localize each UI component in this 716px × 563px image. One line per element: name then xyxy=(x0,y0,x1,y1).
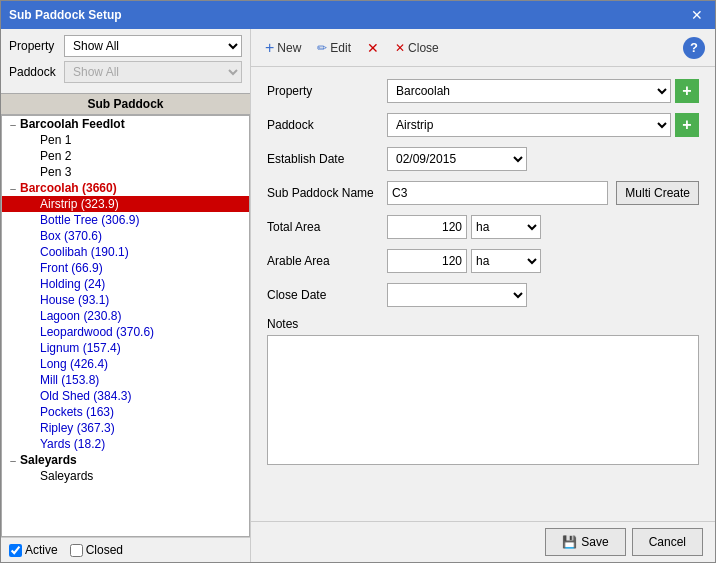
closed-checkbox[interactable] xyxy=(70,544,83,557)
tree-item-label: Saleyards xyxy=(40,469,93,483)
cancel-button[interactable]: Cancel xyxy=(632,528,703,556)
pencil-icon: ✏ xyxy=(317,41,327,55)
tree-item-label: Front (66.9) xyxy=(40,261,103,275)
list-item[interactable]: Pockets (163) xyxy=(2,404,249,420)
establish-date-row: Establish Date 02/09/2015 xyxy=(267,147,699,171)
tree-container[interactable]: – Barcoolah Feedlot Pen 1 Pen 2 Pen 3 xyxy=(1,115,250,537)
main-window: Sub Paddock Setup ✕ Property Show All Pa… xyxy=(0,0,716,563)
save-label: Save xyxy=(581,535,608,549)
property-filter-row: Property Show All xyxy=(9,35,242,57)
tree-item-label: Coolibah (190.1) xyxy=(40,245,129,259)
tree-group-barcoolah-feedlot[interactable]: – Barcoolah Feedlot xyxy=(2,116,249,132)
tree-group-label: Barcoolah Feedlot xyxy=(20,117,125,131)
list-item[interactable]: Holding (24) xyxy=(2,276,249,292)
list-item[interactable]: Lagoon (230.8) xyxy=(2,308,249,324)
list-item[interactable]: Yards (18.2) xyxy=(2,436,249,452)
property-form-label: Property xyxy=(267,84,387,98)
paddock-form-select[interactable]: Airstrip xyxy=(387,113,671,137)
tree-group-barcoolah-3660[interactable]: – Barcoolah (3660) xyxy=(2,180,249,196)
establish-date-control: 02/09/2015 xyxy=(387,147,699,171)
tree-item-label: Long (426.4) xyxy=(40,357,108,371)
paddock-select-group: Airstrip + xyxy=(387,113,699,137)
delete-button[interactable]: ✕ xyxy=(363,38,383,58)
list-item[interactable]: Box (370.6) xyxy=(2,228,249,244)
property-select-group: Barcoolah + xyxy=(387,79,699,103)
active-checkbox[interactable] xyxy=(9,544,22,557)
list-item[interactable]: Lignum (157.4) xyxy=(2,340,249,356)
close-date-select[interactable] xyxy=(387,283,527,307)
tree-item-label: Lignum (157.4) xyxy=(40,341,121,355)
help-button[interactable]: ? xyxy=(683,37,705,59)
list-item[interactable]: Bottle Tree (306.9) xyxy=(2,212,249,228)
tree-item-label: Leopardwood (370.6) xyxy=(40,325,154,339)
close-label: Close xyxy=(408,41,439,55)
delete-icon: ✕ xyxy=(367,40,379,56)
tree-item-label: Holding (24) xyxy=(40,277,105,291)
active-checkbox-label[interactable]: Active xyxy=(9,543,58,557)
list-item[interactable]: Ripley (367.3) xyxy=(2,420,249,436)
notes-label: Notes xyxy=(267,317,699,331)
arable-area-input[interactable] xyxy=(387,249,467,273)
list-item[interactable]: Front (66.9) xyxy=(2,260,249,276)
close-x-icon: ✕ xyxy=(395,41,405,55)
new-button[interactable]: + New xyxy=(261,37,305,59)
edit-button[interactable]: ✏ Edit xyxy=(313,39,355,57)
total-area-unit-select[interactable]: ha ac xyxy=(471,215,541,239)
toolbar: + New ✏ Edit ✕ ✕ Close ? xyxy=(251,29,715,67)
list-item[interactable]: Old Shed (384.3) xyxy=(2,388,249,404)
filter-area: Property Show All Paddock Show All xyxy=(1,29,250,93)
list-item[interactable]: Airstrip (323.9) xyxy=(2,196,249,212)
bottom-bar: Active Closed xyxy=(1,537,250,562)
sub-paddock-name-row: Sub Paddock Name Multi Create xyxy=(267,181,699,205)
property-add-button[interactable]: + xyxy=(675,79,699,103)
list-item[interactable]: House (93.1) xyxy=(2,292,249,308)
sub-paddock-name-input[interactable] xyxy=(387,181,608,205)
multi-create-button[interactable]: Multi Create xyxy=(616,181,699,205)
window-close-button[interactable]: ✕ xyxy=(687,7,707,23)
tree-item-label: House (93.1) xyxy=(40,293,109,307)
sub-paddock-name-group: Multi Create xyxy=(387,181,699,205)
tree-item-label: Mill (153.8) xyxy=(40,373,99,387)
window-title: Sub Paddock Setup xyxy=(9,8,122,22)
arable-area-unit-select[interactable]: ha ac xyxy=(471,249,541,273)
list-item[interactable]: Long (426.4) xyxy=(2,356,249,372)
tree-group-label: Barcoolah (3660) xyxy=(20,181,117,195)
property-filter-select[interactable]: Show All xyxy=(64,35,242,57)
list-item[interactable]: Pen 1 xyxy=(2,132,249,148)
list-item[interactable]: Pen 2 xyxy=(2,148,249,164)
toggle-icon: – xyxy=(6,455,20,466)
tree-item-label: Lagoon (230.8) xyxy=(40,309,121,323)
total-area-input[interactable] xyxy=(387,215,467,239)
establish-date-label: Establish Date xyxy=(267,152,387,166)
tree-item-label: Old Shed (384.3) xyxy=(40,389,131,403)
list-item[interactable]: Leopardwood (370.6) xyxy=(2,324,249,340)
tree-item-label: Yards (18.2) xyxy=(40,437,105,451)
notes-textarea[interactable] xyxy=(267,335,699,465)
close-button[interactable]: ✕ Close xyxy=(391,39,443,57)
list-item[interactable]: Saleyards xyxy=(2,468,249,484)
arable-area-label: Arable Area xyxy=(267,254,387,268)
total-area-label: Total Area xyxy=(267,220,387,234)
tree-group-label: Saleyards xyxy=(20,453,77,467)
save-button[interactable]: 💾 Save xyxy=(545,528,625,556)
tree-item-label: Ripley (367.3) xyxy=(40,421,115,435)
list-item[interactable]: Pen 3 xyxy=(2,164,249,180)
closed-checkbox-label[interactable]: Closed xyxy=(70,543,123,557)
toggle-icon: – xyxy=(6,183,20,194)
list-item[interactable]: Coolibah (190.1) xyxy=(2,244,249,260)
tree-item-label: Pen 3 xyxy=(40,165,71,179)
list-item[interactable]: Mill (153.8) xyxy=(2,372,249,388)
total-area-group: ha ac xyxy=(387,215,699,239)
new-label: New xyxy=(277,41,301,55)
paddock-filter-row: Paddock Show All xyxy=(9,61,242,83)
tree-item-label: Box (370.6) xyxy=(40,229,102,243)
tree-group-saleyards[interactable]: – Saleyards xyxy=(2,452,249,468)
paddock-add-button[interactable]: + xyxy=(675,113,699,137)
total-area-row: Total Area ha ac xyxy=(267,215,699,239)
toggle-icon: – xyxy=(6,119,20,130)
tree-item-label: Bottle Tree (306.9) xyxy=(40,213,139,227)
paddock-filter-select[interactable]: Show All xyxy=(64,61,242,83)
establish-date-select[interactable]: 02/09/2015 xyxy=(387,147,527,171)
sub-paddock-header: Sub Paddock xyxy=(1,93,250,115)
property-form-select[interactable]: Barcoolah xyxy=(387,79,671,103)
